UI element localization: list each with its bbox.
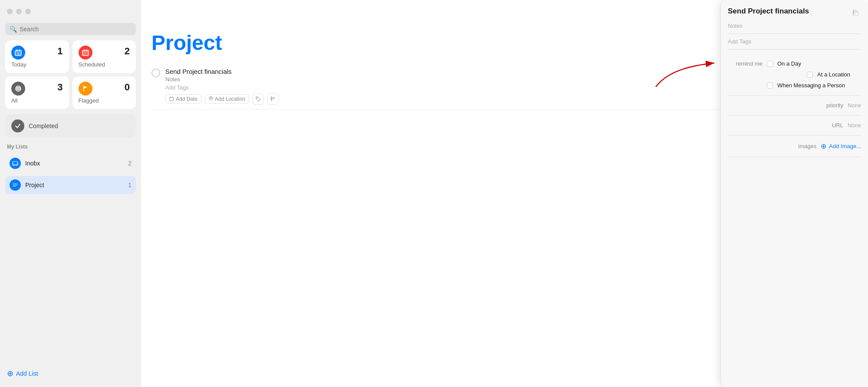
sidebar-item-all[interactable]: 3 All bbox=[5, 76, 69, 109]
detail-flag-button[interactable] bbox=[850, 7, 861, 18]
detail-panel: Send Project financials Notes Add Tags r… bbox=[720, 0, 868, 387]
today-count: 1 bbox=[57, 46, 62, 57]
search-icon: 🔍 bbox=[10, 26, 17, 33]
add-list-icon: ⊕ bbox=[7, 369, 13, 378]
sidebar-item-inbox[interactable]: Inobx 2 bbox=[5, 154, 136, 172]
remind-me-section: remind me On a Day At a Location When Me… bbox=[728, 54, 861, 96]
location-icon bbox=[209, 96, 213, 102]
url-value[interactable]: None bbox=[848, 122, 861, 129]
svg-rect-14 bbox=[13, 162, 18, 165]
maximize-button[interactable] bbox=[25, 9, 31, 14]
add-location-label: Add Location bbox=[215, 96, 245, 102]
flagged-icon bbox=[79, 82, 92, 96]
url-row: URL None bbox=[728, 120, 861, 131]
project-title: Project bbox=[151, 31, 222, 55]
scheduled-count: 2 bbox=[125, 46, 130, 57]
add-tag-button[interactable] bbox=[253, 93, 264, 105]
sidebar-item-completed[interactable]: Completed bbox=[5, 114, 136, 138]
when-messaging-checkbox[interactable] bbox=[767, 83, 773, 89]
window-controls bbox=[5, 5, 136, 20]
when-messaging-label: When Messaging a Person bbox=[777, 82, 861, 89]
svg-rect-25 bbox=[170, 97, 174, 101]
inbox-name: Inobx bbox=[25, 160, 40, 167]
all-icon bbox=[11, 82, 25, 96]
at-a-location-checkbox[interactable] bbox=[807, 72, 813, 78]
scheduled-icon bbox=[79, 46, 92, 60]
detail-header: Send Project financials bbox=[728, 7, 861, 18]
today-icon: 1 bbox=[11, 46, 25, 60]
add-list-button[interactable]: ⊕ Add List bbox=[5, 365, 136, 382]
add-date-label: Add Date bbox=[176, 96, 197, 102]
detail-notes-field[interactable]: Notes bbox=[728, 23, 861, 34]
when-messaging-row: When Messaging a Person bbox=[728, 80, 861, 91]
close-button[interactable] bbox=[7, 9, 13, 14]
remind-me-label: remind me bbox=[728, 60, 763, 67]
images-row: images ⊕ Add Image... bbox=[728, 140, 861, 152]
project-count: 1 bbox=[128, 182, 132, 189]
url-section: URL None bbox=[728, 116, 861, 136]
detail-tags-field[interactable]: Add Tags bbox=[728, 38, 861, 50]
at-a-location-label: At a Location bbox=[817, 71, 861, 78]
completed-label: Completed bbox=[29, 122, 58, 129]
add-image-button[interactable]: ⊕ Add Image... bbox=[821, 142, 861, 150]
add-image-label: Add Image... bbox=[829, 143, 861, 149]
images-label: images bbox=[782, 143, 816, 149]
svg-rect-5 bbox=[82, 50, 89, 56]
images-section: images ⊕ Add Image... bbox=[728, 136, 861, 157]
detail-panel-title: Send Project financials bbox=[728, 7, 850, 16]
scheduled-label: Scheduled bbox=[79, 61, 130, 68]
sidebar-item-flagged[interactable]: 0 Flagged bbox=[72, 76, 136, 109]
at-a-location-row: At a Location bbox=[728, 69, 861, 80]
all-label: All bbox=[11, 97, 63, 104]
sidebar-item-project[interactable]: Project 1 bbox=[5, 176, 136, 194]
flag-task-button[interactable] bbox=[267, 93, 279, 105]
add-date-button[interactable]: Add Date bbox=[165, 94, 201, 104]
on-a-day-label: On a Day bbox=[777, 60, 861, 67]
today-label: Today bbox=[11, 61, 63, 68]
flagged-label: Flagged bbox=[79, 97, 130, 104]
minimize-button[interactable] bbox=[16, 9, 22, 14]
url-label: URL bbox=[809, 122, 843, 129]
priority-section: priority None bbox=[728, 96, 861, 116]
all-count: 3 bbox=[57, 82, 62, 93]
completed-icon bbox=[11, 119, 24, 132]
svg-text:1: 1 bbox=[17, 52, 19, 55]
flagged-count: 0 bbox=[125, 82, 130, 93]
svg-point-28 bbox=[210, 98, 212, 99]
inbox-icon bbox=[10, 158, 21, 169]
priority-value: None bbox=[848, 102, 861, 109]
priority-label: priority bbox=[809, 102, 843, 109]
add-location-button[interactable]: Add Location bbox=[205, 94, 249, 104]
project-icon bbox=[10, 179, 21, 191]
on-a-day-row: remind me On a Day bbox=[728, 58, 861, 69]
sidebar: 🔍 1 1 Today bbox=[0, 0, 141, 387]
add-image-icon: ⊕ bbox=[821, 142, 826, 150]
project-name: Project bbox=[25, 182, 44, 189]
calendar-icon bbox=[169, 96, 174, 102]
task-checkbox[interactable] bbox=[151, 69, 160, 77]
smart-lists: 1 1 Today 2 Scheduled bbox=[5, 40, 136, 109]
search-input[interactable] bbox=[20, 26, 132, 33]
svg-point-29 bbox=[257, 98, 258, 99]
on-a-day-checkbox[interactable] bbox=[767, 61, 773, 67]
search-bar[interactable]: 🔍 bbox=[5, 23, 136, 35]
my-lists-section-label: My Lists bbox=[5, 141, 136, 151]
sidebar-item-scheduled[interactable]: 2 Scheduled bbox=[72, 40, 136, 73]
priority-row: priority None bbox=[728, 100, 861, 111]
inbox-count: 2 bbox=[128, 160, 132, 167]
sidebar-item-today[interactable]: 1 1 Today bbox=[5, 40, 69, 73]
add-list-label: Add List bbox=[16, 370, 38, 377]
